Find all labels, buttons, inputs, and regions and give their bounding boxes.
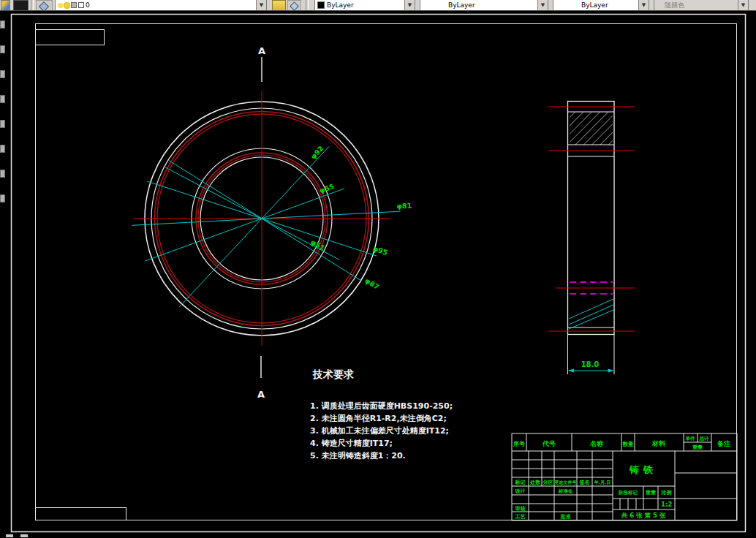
tech-req-title: 技术要求 bbox=[312, 368, 354, 380]
tech-req-line: 5. 未注明铸造斜度1：20. bbox=[310, 451, 406, 461]
tb-row-sign: 签名 bbox=[579, 480, 590, 485]
tech-req-line: 2. 未注圆角半径R1-R2,未注倒角C2; bbox=[310, 414, 447, 423]
plot-style-dropdown-value: 随颜色 bbox=[665, 1, 684, 10]
plot-style-dropdown: 随颜色 ▼ bbox=[654, 0, 749, 11]
layer-color-chip bbox=[78, 2, 84, 8]
tb-row-date: 年,月,日 bbox=[594, 480, 611, 485]
linetype-dropdown-value: ByLayer bbox=[448, 1, 475, 9]
layers-stack-icon[interactable] bbox=[36, 0, 53, 11]
layer-dropdown[interactable]: 0 ▼ bbox=[55, 0, 267, 11]
dim-label: φ92 bbox=[309, 144, 325, 161]
section-label-top: A bbox=[258, 45, 265, 56]
chevron-down-icon[interactable]: ▼ bbox=[638, 0, 649, 10]
tb-scale-label: 比例 bbox=[662, 489, 672, 496]
taper-lines bbox=[569, 299, 613, 329]
tb-role-process: 工艺 bbox=[515, 514, 526, 520]
toolbar-button-sliver[interactable] bbox=[0, 194, 5, 202]
tb-stage-mark: 阶段标记 bbox=[619, 490, 638, 496]
tb-col-code: 代号 bbox=[542, 440, 556, 447]
toolbar-button-sliver[interactable] bbox=[0, 95, 5, 103]
layer-on-bulb-icon[interactable] bbox=[58, 3, 63, 8]
linetype-dropdown[interactable]: ByLayer ▼ bbox=[420, 0, 548, 11]
lineweight-dropdown-value: ByLayer bbox=[581, 1, 608, 9]
front-view: φ92 φ55 φ81 φ51 φ95 φ87 A A bbox=[132, 45, 412, 400]
arrow-left bbox=[568, 369, 575, 373]
dim-label: φ87 bbox=[363, 276, 380, 291]
tech-req-line: 3. 机械加工未注偏差尺寸处精度IT12; bbox=[310, 426, 449, 436]
tb-role-review: 审核 bbox=[515, 505, 526, 512]
color-dropdown-value: ByLayer bbox=[327, 1, 354, 9]
tb-col-remarks: 备注 bbox=[717, 440, 730, 447]
dim-label: φ81 bbox=[396, 201, 412, 210]
make-object-layer-current-icon[interactable] bbox=[272, 0, 286, 11]
chevron-down-icon[interactable]: ▼ bbox=[404, 0, 415, 10]
chevron-down-icon[interactable]: ▼ bbox=[256, 0, 266, 10]
tb-col-serial: 序号 bbox=[513, 440, 525, 447]
layer-dropdown-value: 0 bbox=[86, 1, 90, 9]
tb-col-qty: 数量 bbox=[622, 441, 635, 447]
color-swatch bbox=[317, 1, 325, 9]
chevron-down-icon[interactable]: ▼ bbox=[537, 0, 548, 10]
layer-freeze-sun-icon[interactable] bbox=[64, 3, 69, 8]
tb-col-single: 单件 bbox=[685, 436, 696, 442]
bottom-edge-sliver bbox=[6, 534, 13, 537]
hatch-region bbox=[570, 112, 613, 145]
tb-col-name: 名称 bbox=[589, 440, 604, 447]
tb-material-value: 铸铁 bbox=[629, 464, 657, 475]
tb-row-count: 处数 bbox=[529, 480, 541, 485]
technical-requirements: 技术要求 1. 调质处理后齿面硬度HBS190-250; 2. 未注圆角半径R1… bbox=[310, 368, 453, 461]
toolbar-button-sliver[interactable] bbox=[0, 45, 5, 53]
tb-role-approve: 批准 bbox=[560, 513, 571, 520]
tb-sheet-info: 共 6 张 第 5 张 bbox=[621, 512, 666, 519]
title-block: 序号 代号 名称 数量 材料 单件 总计 重量 备注 铸铁 标记 处数 分区 更… bbox=[512, 433, 737, 520]
lineweight-dropdown[interactable]: ByLayer ▼ bbox=[553, 0, 649, 11]
toolbar-button-sliver[interactable] bbox=[0, 70, 5, 78]
tb-row-mark: 标记 bbox=[515, 480, 526, 485]
tb-col-weight: 重量 bbox=[692, 444, 703, 450]
width-dim-label: 18.0 bbox=[581, 360, 600, 368]
tech-req-line: 4. 铸造尺寸精度IT17; bbox=[310, 439, 393, 448]
side-section-view: 18.0 bbox=[548, 102, 635, 375]
tb-weight-label: 重量 bbox=[645, 490, 656, 496]
section-label-bottom: A bbox=[257, 389, 265, 400]
display-icon[interactable] bbox=[13, 0, 29, 11]
tb-col-material: 材料 bbox=[651, 440, 666, 447]
toolbar-button-sliver[interactable] bbox=[0, 170, 5, 178]
top-toolbar: 0 ▼ ByLayer ▼ ByLayer ▼ ByLayer ▼ 随颜色 ▼ bbox=[0, 0, 756, 11]
tb-row-zone: 分区 bbox=[543, 480, 553, 485]
toolbar-button-sliver[interactable] bbox=[0, 120, 5, 128]
toolbar-separator bbox=[306, 0, 309, 11]
toolbar-separator bbox=[31, 0, 34, 11]
color-dropdown[interactable]: ByLayer ▼ bbox=[314, 0, 415, 11]
tb-scale-value: 1:2 bbox=[661, 501, 672, 508]
tech-req-line: 1. 调质处理后齿面硬度HBS190-250; bbox=[310, 401, 453, 411]
tb-role-design: 设计 bbox=[515, 488, 526, 494]
tb-row-change-file: 更改文件号 bbox=[555, 480, 577, 485]
arrow-right bbox=[608, 369, 615, 373]
toolbar-button-sliver[interactable] bbox=[0, 20, 5, 29]
width-dimension: 18.0 bbox=[568, 335, 615, 374]
layer-lock-icon[interactable] bbox=[71, 2, 77, 8]
bottom-edge-sliver bbox=[20, 534, 28, 537]
layer-previous-icon[interactable] bbox=[287, 0, 301, 11]
cad-application-window: 0 ▼ ByLayer ▼ ByLayer ▼ ByLayer ▼ 随颜色 ▼ bbox=[0, 0, 756, 538]
tb-role-standardization: 标准化 bbox=[558, 488, 573, 494]
drawing-canvas[interactable]: φ92 φ55 φ81 φ51 φ95 φ87 A A bbox=[0, 0, 756, 538]
chevron-down-icon: ▼ bbox=[738, 0, 748, 10]
toolbar-button-sliver[interactable] bbox=[0, 145, 5, 153]
tb-col-total: 总计 bbox=[699, 436, 710, 442]
layer-properties-manager-icon[interactable] bbox=[1, 0, 10, 11]
